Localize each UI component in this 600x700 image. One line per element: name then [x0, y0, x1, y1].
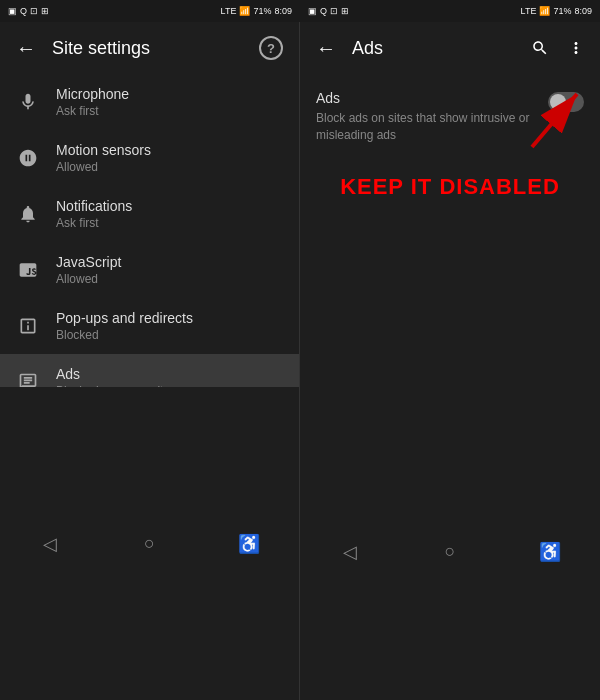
main-area: ← Site settings ? Microphone Ask first	[0, 22, 600, 700]
right-status-icons: ▣Q⊡⊞	[308, 6, 349, 16]
right-header: ← Ads	[300, 22, 600, 74]
popups-name: Pop-ups and redirects	[56, 310, 193, 326]
left-home-nav-button[interactable]: ○	[129, 524, 169, 564]
microphone-text: Microphone Ask first	[56, 86, 129, 118]
right-battery: 71%	[553, 6, 571, 16]
microphone-name: Microphone	[56, 86, 129, 102]
setting-item-notifications[interactable]: Notifications Ask first	[0, 186, 299, 242]
left-battery-time: LTE📶71%8:09	[221, 6, 292, 16]
left-back-nav-button[interactable]: ◁	[30, 524, 70, 564]
right-time: 8:09	[574, 6, 592, 16]
status-bar-right: ▣Q⊡⊞ LTE📶71%8:09	[300, 0, 600, 22]
javascript-icon	[16, 258, 40, 282]
right-home-nav-button[interactable]: ○	[430, 532, 470, 572]
microphone-icon	[16, 90, 40, 114]
right-panel-title: Ads	[352, 38, 516, 59]
bottom-nav-left: ◁ ○ ♿	[0, 387, 299, 700]
microphone-status: Ask first	[56, 104, 129, 118]
notifications-name: Notifications	[56, 198, 132, 214]
javascript-status: Allowed	[56, 272, 121, 286]
motion-sensors-name: Motion sensors	[56, 142, 151, 158]
settings-list: Microphone Ask first Motion sensors Allo…	[0, 74, 299, 387]
notifications-status: Ask first	[56, 216, 132, 230]
javascript-text: JavaScript Allowed	[56, 254, 121, 286]
left-status-icons: ▣Q⊡⊞	[8, 6, 49, 16]
left-battery: 71%	[253, 6, 271, 16]
ads-setting-description: Block ads on sites that show intrusive o…	[316, 110, 540, 144]
arrow-svg	[512, 82, 592, 152]
setting-item-popups[interactable]: Pop-ups and redirects Blocked	[0, 298, 299, 354]
notifications-text: Notifications Ask first	[56, 198, 132, 230]
right-back-nav-button[interactable]: ◁	[330, 532, 370, 572]
bottom-nav-right: ◁ ○ ♿	[300, 403, 600, 700]
ads-setting-text: Ads Block ads on sites that show intrusi…	[316, 90, 540, 144]
motion-sensors-icon	[16, 146, 40, 170]
motion-sensors-text: Motion sensors Allowed	[56, 142, 151, 174]
svg-line-1	[532, 94, 577, 147]
left-panel: ← Site settings ? Microphone Ask first	[0, 22, 300, 700]
right-panel: ← Ads Ads Block ads on sites that show i…	[300, 22, 600, 700]
notifications-icon	[16, 202, 40, 226]
setting-item-motion-sensors[interactable]: Motion sensors Allowed	[0, 130, 299, 186]
popups-text: Pop-ups and redirects Blocked	[56, 310, 193, 342]
right-header-icons	[524, 32, 592, 64]
ads-name: Ads	[56, 366, 176, 382]
left-panel-title: Site settings	[52, 38, 150, 59]
left-accessibility-button[interactable]: ♿	[229, 524, 269, 564]
ads-text: Ads Blocked on some sites	[56, 366, 176, 387]
keep-disabled-annotation: KEEP IT DISABLED	[310, 174, 590, 200]
right-content: Ads Block ads on sites that show intrusi…	[300, 74, 600, 403]
motion-sensors-status: Allowed	[56, 160, 151, 174]
right-back-button[interactable]: ←	[308, 30, 344, 66]
right-battery-time: LTE📶71%8:09	[521, 6, 592, 16]
javascript-name: JavaScript	[56, 254, 121, 270]
left-time: 8:09	[274, 6, 292, 16]
right-accessibility-button[interactable]: ♿	[530, 532, 570, 572]
more-options-button[interactable]	[560, 32, 592, 64]
setting-item-microphone[interactable]: Microphone Ask first	[0, 74, 299, 130]
arrow-annotation	[512, 82, 592, 152]
left-back-button[interactable]: ←	[16, 37, 36, 60]
search-button[interactable]	[524, 32, 556, 64]
popups-icon	[16, 314, 40, 338]
ads-icon	[16, 370, 40, 387]
ads-setting-title: Ads	[316, 90, 540, 106]
status-bar-left: ▣Q⊡⊞ LTE📶71%8:09	[0, 0, 300, 22]
status-bar: ▣Q⊡⊞ LTE📶71%8:09 ▣Q⊡⊞ LTE📶71%8:09	[0, 0, 600, 22]
left-header: ← Site settings ?	[0, 22, 299, 74]
setting-item-javascript[interactable]: JavaScript Allowed	[0, 242, 299, 298]
popups-status: Blocked	[56, 328, 193, 342]
help-button[interactable]: ?	[259, 36, 283, 60]
setting-item-ads[interactable]: Ads Blocked on some sites	[0, 354, 299, 387]
